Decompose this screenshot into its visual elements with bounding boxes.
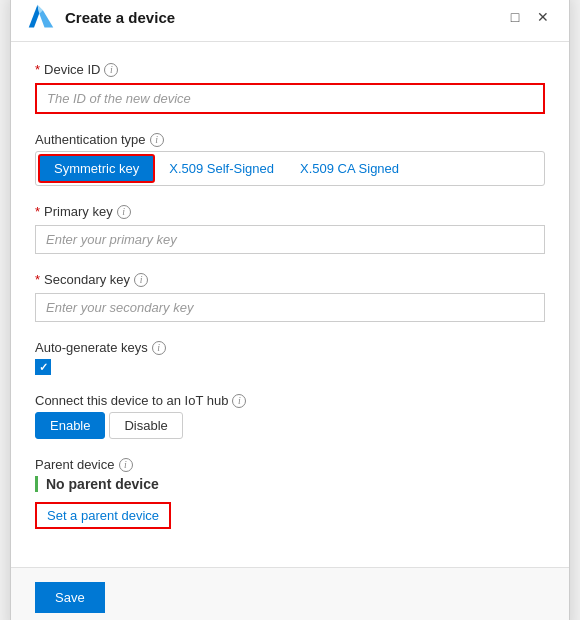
azure-logo-icon xyxy=(27,3,55,31)
svg-marker-0 xyxy=(29,5,40,28)
device-id-input[interactable] xyxy=(35,83,545,114)
parent-device-label: Parent device i xyxy=(35,457,545,472)
auto-generate-label-text: Auto-generate keys xyxy=(35,340,148,355)
secondary-key-label: * Secondary key i xyxy=(35,272,545,287)
iot-connect-label: Connect this device to an IoT hub i xyxy=(35,393,545,408)
primary-key-required-star: * xyxy=(35,204,40,219)
iot-enable-button[interactable]: Enable xyxy=(35,412,105,439)
primary-key-info-icon[interactable]: i xyxy=(117,205,131,219)
auth-type-label: Authentication type i xyxy=(35,132,545,147)
dialog-controls: □ ✕ xyxy=(505,7,553,27)
create-device-dialog: Create a device □ ✕ * Device ID i Authen… xyxy=(10,0,570,620)
svg-marker-1 xyxy=(39,10,53,28)
auth-type-selector: Symmetric key X.509 Self-Signed X.509 CA… xyxy=(35,151,545,186)
iot-disable-button[interactable]: Disable xyxy=(109,412,182,439)
primary-key-label-text: Primary key xyxy=(44,204,113,219)
secondary-key-input[interactable] xyxy=(35,293,545,322)
auth-x509-self-button[interactable]: X.509 Self-Signed xyxy=(157,157,286,180)
device-id-info-icon[interactable]: i xyxy=(104,63,118,77)
auto-generate-checkbox-row xyxy=(35,359,545,375)
device-id-label-text: Device ID xyxy=(44,62,100,77)
iot-connect-group: Connect this device to an IoT hub i Enab… xyxy=(35,393,545,439)
dialog-title: Create a device xyxy=(65,9,505,26)
auto-generate-checkbox[interactable] xyxy=(35,359,51,375)
minimize-button[interactable]: □ xyxy=(505,7,525,27)
auto-generate-label: Auto-generate keys i xyxy=(35,340,545,355)
device-id-group: * Device ID i xyxy=(35,62,545,114)
secondary-key-label-text: Secondary key xyxy=(44,272,130,287)
auto-generate-info-icon[interactable]: i xyxy=(152,341,166,355)
dialog-footer: Save xyxy=(11,567,569,620)
parent-device-value: No parent device xyxy=(46,476,545,492)
close-button[interactable]: ✕ xyxy=(533,7,553,27)
primary-key-label: * Primary key i xyxy=(35,204,545,219)
iot-connect-toggle: Enable Disable xyxy=(35,412,545,439)
parent-device-group: Parent device i No parent device Set a p… xyxy=(35,457,545,529)
auth-type-info-icon[interactable]: i xyxy=(150,133,164,147)
parent-device-value-container: No parent device xyxy=(35,476,545,492)
auth-symmetric-key-button[interactable]: Symmetric key xyxy=(38,154,155,183)
set-parent-device-button[interactable]: Set a parent device xyxy=(35,502,171,529)
iot-connect-info-icon[interactable]: i xyxy=(232,394,246,408)
primary-key-group: * Primary key i xyxy=(35,204,545,254)
primary-key-input[interactable] xyxy=(35,225,545,254)
device-id-label: * Device ID i xyxy=(35,62,545,77)
parent-device-label-text: Parent device xyxy=(35,457,115,472)
secondary-key-required-star: * xyxy=(35,272,40,287)
auth-x509-ca-button[interactable]: X.509 CA Signed xyxy=(288,157,411,180)
required-star: * xyxy=(35,62,40,77)
dialog-header: Create a device □ ✕ xyxy=(11,0,569,42)
auth-type-label-text: Authentication type xyxy=(35,132,146,147)
secondary-key-info-icon[interactable]: i xyxy=(134,273,148,287)
dialog-body: * Device ID i Authentication type i Symm… xyxy=(11,42,569,567)
auto-generate-group: Auto-generate keys i xyxy=(35,340,545,375)
iot-connect-label-text: Connect this device to an IoT hub xyxy=(35,393,228,408)
parent-device-info-icon[interactable]: i xyxy=(119,458,133,472)
secondary-key-group: * Secondary key i xyxy=(35,272,545,322)
auth-type-group: Authentication type i Symmetric key X.50… xyxy=(35,132,545,186)
save-button[interactable]: Save xyxy=(35,582,105,613)
